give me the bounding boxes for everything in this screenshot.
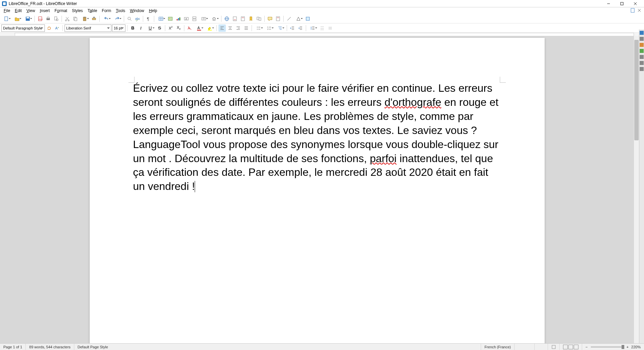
line-button[interactable] [285,15,293,22]
insert-image-button[interactable] [167,15,174,22]
close-document-icon[interactable] [637,8,643,14]
document-text[interactable]: Écrivez ou collez votre texte ici pour l… [133,81,501,194]
status-signature[interactable] [548,344,560,350]
menu-view[interactable]: View [24,8,37,14]
menu-window[interactable]: Window [127,8,147,14]
page-break-button[interactable] [191,15,198,22]
export-pdf-button[interactable]: PDF [36,15,44,22]
spelling-error[interactable]: parfoi [370,152,396,164]
status-wordcount[interactable]: 89 words, 544 characters [26,344,74,350]
paragraph-style-combo[interactable]: Default Paragraph Style [1,24,45,32]
clone-formatting-button[interactable] [90,15,98,22]
single-page-view-icon[interactable] [563,345,568,349]
paste-button[interactable] [80,15,90,22]
align-left-button[interactable] [218,24,226,32]
insert-symbol-button[interactable]: Ω [209,15,219,22]
menu-table[interactable]: Table [85,8,100,14]
status-view-layout[interactable] [560,344,582,350]
document-area[interactable]: Écrivez ou collez votre texte ici pour l… [0,36,634,343]
page[interactable]: Écrivez ou collez votre texte ici pour l… [90,38,545,343]
formatting-marks-button[interactable]: ¶ [145,15,152,22]
track-changes-button[interactable] [274,15,282,22]
status-page[interactable]: Page 1 of 1 [0,344,26,350]
outline-button[interactable] [275,24,285,32]
spelling-error[interactable]: d'orthografe [384,96,441,108]
increase-para-spacing-button[interactable] [318,24,326,32]
zoom-slider-knob[interactable] [622,345,624,349]
new-button[interactable] [1,15,11,22]
find-replace-button[interactable] [126,15,133,22]
menu-insert[interactable]: Insert [37,8,52,14]
font-size-combo[interactable]: 16 pt [112,24,125,32]
print-button[interactable] [44,15,52,22]
save-button[interactable] [23,15,33,22]
menu-edit[interactable]: Edit [12,8,24,14]
decrease-indent-button[interactable] [297,24,304,32]
underline-button[interactable]: U [145,24,155,32]
footnote-button[interactable] [231,15,239,22]
bullet-list-button[interactable] [254,24,264,32]
menu-format[interactable]: Format [52,8,70,14]
strikethrough-button[interactable]: S [156,24,163,32]
open-button[interactable] [12,15,22,22]
redo-button[interactable] [112,15,122,22]
cross-reference-button[interactable] [255,15,263,22]
justify-button[interactable] [243,24,250,32]
hyperlink-button[interactable] [223,15,231,22]
copy-button[interactable] [72,15,79,22]
maximize-button[interactable] [615,0,629,7]
menu-form[interactable]: Form [99,8,113,14]
print-preview-button[interactable] [53,15,60,22]
insert-textbox-button[interactable]: A [183,15,190,22]
line-spacing-button[interactable] [308,24,318,32]
sidebar-page-icon[interactable] [640,55,644,59]
numbered-list-button[interactable]: 12 [264,24,274,32]
book-view-icon[interactable] [574,345,578,349]
status-insert-mode[interactable] [515,344,535,350]
highlight-color-button[interactable] [205,24,215,32]
align-center-button[interactable] [226,24,234,32]
endnote-button[interactable] [239,15,247,22]
decrease-para-spacing-button[interactable] [327,24,334,32]
multi-page-view-icon[interactable] [568,345,573,349]
doc-status-icon[interactable] [630,8,636,14]
insert-field-button[interactable] [199,15,209,22]
status-language[interactable]: French (France) [481,344,515,350]
menu-help[interactable]: Help [147,8,160,14]
sidebar-gallery-icon[interactable] [640,43,644,47]
menu-file[interactable]: File [1,8,12,14]
italic-button[interactable]: I [137,24,145,32]
sidebar-styles-icon[interactable] [640,37,644,41]
bookmark-button[interactable] [247,15,255,22]
zoom-percent[interactable]: 220% [631,345,641,349]
undo-button[interactable] [101,15,111,22]
new-style-button[interactable]: A+ [54,24,61,32]
insert-table-button[interactable] [156,15,166,22]
sidebar-navigator-icon[interactable] [640,49,644,53]
zoom-plus-icon[interactable]: + [626,345,628,349]
font-color-button[interactable]: A [194,24,204,32]
increase-indent-button[interactable] [289,24,296,32]
draw-functions-button[interactable] [304,15,311,22]
subscript-button[interactable]: X2 [175,24,182,32]
status-zoom[interactable]: − + 220% [582,344,644,350]
insert-comment-button[interactable] [266,15,274,22]
status-page-style[interactable]: Default Page Style [74,344,481,350]
menu-styles[interactable]: Styles [70,8,85,14]
update-style-button[interactable] [45,24,53,32]
sidebar-properties-icon[interactable] [640,31,644,35]
basic-shapes-button[interactable] [293,15,303,22]
spellcheck-button[interactable]: abc [134,15,141,22]
zoom-slider[interactable] [591,346,624,348]
insert-chart-button[interactable] [175,15,182,22]
menu-tools[interactable]: Tools [113,8,127,14]
sidebar-manage-changes-icon[interactable] [640,67,644,71]
superscript-button[interactable]: X2 [167,24,174,32]
sidebar-style-inspector-icon[interactable] [640,61,644,65]
close-button[interactable] [629,0,642,7]
bold-button[interactable]: B [129,24,136,32]
font-name-combo[interactable]: Liberation Serif [65,24,111,32]
align-right-button[interactable] [235,24,242,32]
minimize-button[interactable] [602,0,615,7]
cut-button[interactable] [64,15,71,22]
